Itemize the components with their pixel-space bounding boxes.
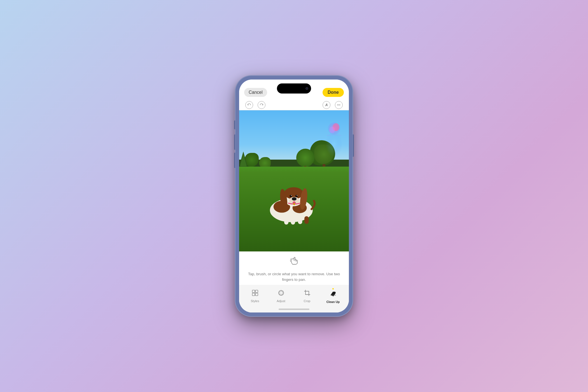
volume-down-button: [234, 153, 235, 168]
svg-rect-25: [252, 293, 255, 296]
nav-item-styles[interactable]: Styles: [247, 289, 263, 303]
done-button[interactable]: Done: [323, 88, 344, 97]
cleanup-icon: [330, 290, 337, 299]
svg-rect-14: [284, 218, 288, 225]
svg-point-18: [293, 203, 295, 205]
svg-rect-17: [304, 216, 309, 224]
bottom-nav: Styles: [239, 285, 349, 306]
instruction-area: Tap, brush, or circle what you want to r…: [239, 251, 349, 285]
svg-rect-26: [255, 293, 258, 296]
svg-rect-15: [291, 218, 295, 225]
svg-line-32: [279, 291, 280, 292]
adjust-label: Adjust: [277, 299, 285, 303]
bottom-panel: Tap, brush, or circle what you want to r…: [239, 251, 349, 313]
svg-point-20: [326, 131, 342, 157]
more-button[interactable]: •••: [335, 101, 343, 109]
svg-rect-23: [252, 290, 255, 293]
styles-label: Styles: [251, 299, 259, 303]
svg-point-10: [295, 195, 298, 197]
svg-point-11: [291, 195, 292, 196]
undo-redo-group: [245, 101, 265, 109]
styles-icon: [251, 289, 259, 298]
cancel-button[interactable]: Cancel: [244, 88, 267, 97]
phone-screen: Cancel Done: [239, 80, 349, 312]
instruction-text: Tap, brush, or circle what you want to r…: [248, 271, 340, 283]
phone-body: Cancel Done: [235, 76, 353, 316]
dog-illustration: [256, 153, 327, 244]
nav-item-adjust[interactable]: Adjust: [273, 289, 290, 303]
svg-rect-16: [298, 217, 302, 224]
cleanup-label: Clean Up: [326, 300, 340, 304]
mute-button: [234, 120, 235, 129]
hand-gesture-icon: [289, 256, 299, 269]
svg-line-35: [279, 294, 280, 295]
photo-area[interactable]: [239, 110, 349, 251]
svg-line-34: [282, 291, 283, 292]
active-indicator-dot: [332, 288, 334, 290]
phone-wrapper: Cancel Done: [235, 76, 353, 316]
volume-up-button: [234, 134, 235, 150]
svg-line-33: [282, 294, 283, 295]
markup-button[interactable]: A: [323, 101, 330, 109]
adjust-icon: [277, 289, 285, 298]
camera-dot: [305, 87, 308, 90]
svg-point-22: [329, 127, 335, 133]
power-button: [353, 134, 354, 157]
nav-item-cleanup[interactable]: Clean Up: [325, 288, 342, 304]
svg-point-12: [297, 195, 297, 196]
markup-more-group: A •••: [323, 101, 343, 109]
svg-point-8: [292, 197, 297, 200]
nav-item-crop[interactable]: Crop: [299, 289, 316, 303]
crop-icon: [304, 289, 311, 298]
dynamic-island: [277, 83, 311, 94]
home-bar: [279, 309, 309, 310]
icon-bar: A •••: [239, 100, 349, 110]
crop-label: Crop: [304, 299, 311, 303]
undo-button[interactable]: [245, 101, 253, 109]
svg-point-9: [290, 195, 292, 197]
svg-rect-24: [255, 290, 258, 293]
removed-person-glow: [321, 122, 347, 158]
home-indicator: [239, 306, 349, 312]
redo-button[interactable]: [258, 101, 265, 109]
